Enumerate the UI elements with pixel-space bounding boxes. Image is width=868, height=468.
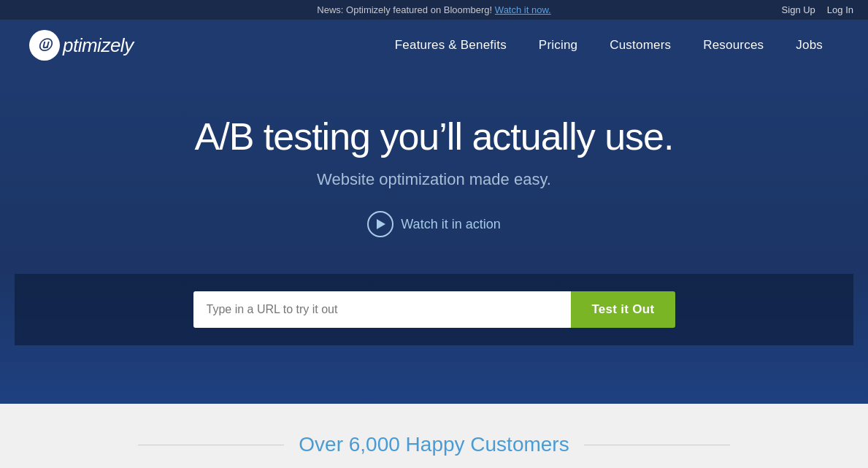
nav-item-pricing[interactable]: Pricing [523, 20, 594, 70]
logo[interactable]: ⓤ ptimizely [29, 30, 134, 61]
logo-text: ptimizely [63, 34, 134, 57]
customers-title-row: Over 6,000 Happy Customers [15, 433, 853, 456]
hero-section: A/B testing you’ll actually use. Website… [0, 71, 868, 404]
announce-text: News: Optimizely featured on Bloomberg! [317, 4, 492, 15]
hero-headline: A/B testing you’ll actually use. [195, 115, 674, 158]
nav-item-jobs[interactable]: Jobs [780, 20, 839, 70]
logo-icon: ⓤ [29, 30, 60, 61]
url-bar-inner: Test it Out [193, 291, 675, 328]
watch-video-button[interactable]: Watch it in action [367, 211, 500, 237]
hero-subtitle: Website optimization made easy. [317, 170, 551, 189]
divider-left [138, 445, 284, 445]
nav-item-resources[interactable]: Resources [687, 20, 780, 70]
customers-title: Over 6,000 Happy Customers [299, 433, 569, 456]
login-link[interactable]: Log In [827, 4, 853, 15]
nav-item-customers[interactable]: Customers [594, 20, 687, 70]
announce-link[interactable]: Watch it now. [495, 4, 551, 15]
url-bar-section: Test it Out [15, 274, 853, 345]
url-input[interactable] [193, 291, 572, 328]
navbar: ⓤ ptimizely Features & Benefits Pricing … [0, 20, 868, 71]
nav-item-features[interactable]: Features & Benefits [379, 20, 523, 70]
signup-link[interactable]: Sign Up [782, 4, 815, 15]
announce-bar: News: Optimizely featured on Bloomberg! … [0, 0, 868, 20]
play-icon [367, 211, 393, 237]
customers-section: Over 6,000 Happy Customers ★ STARBUCKS C… [0, 404, 868, 468]
nav-links: Features & Benefits Pricing Customers Re… [379, 20, 839, 70]
watch-label: Watch it in action [401, 217, 500, 232]
test-it-out-button[interactable]: Test it Out [571, 291, 675, 328]
play-triangle-icon [377, 219, 385, 229]
divider-right [584, 445, 730, 445]
